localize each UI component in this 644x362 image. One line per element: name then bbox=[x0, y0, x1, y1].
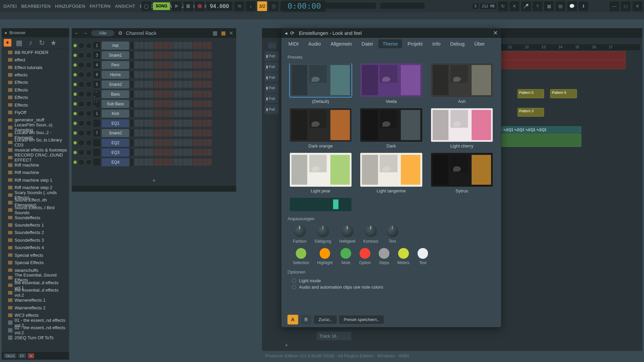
step-cell[interactable] bbox=[159, 90, 163, 98]
pattern-item[interactable]: ▮ Patt bbox=[265, 51, 279, 61]
channel-name-button[interactable]: EQ3 bbox=[102, 148, 129, 157]
step-cell[interactable] bbox=[149, 149, 153, 156]
step-cell[interactable] bbox=[183, 120, 187, 127]
channel-led[interactable] bbox=[73, 161, 77, 164]
tool-icon-2[interactable]: ♪ bbox=[246, 1, 256, 11]
step-cell[interactable] bbox=[173, 42, 178, 49]
step-cell[interactable] bbox=[178, 100, 182, 107]
step-cell[interactable] bbox=[135, 139, 139, 146]
step-cell[interactable] bbox=[149, 120, 153, 127]
step-cell[interactable] bbox=[164, 61, 168, 68]
step-cell[interactable] bbox=[173, 71, 178, 78]
tools-icon[interactable]: ✕ bbox=[509, 1, 519, 11]
channel-name-button[interactable]: EQ1 bbox=[102, 119, 129, 127]
close-app-icon[interactable]: ✕ bbox=[633, 1, 642, 11]
menu-edit[interactable]: BEARBEITEN bbox=[19, 3, 52, 9]
step-cell[interactable] bbox=[207, 81, 212, 88]
channel-selector[interactable] bbox=[130, 90, 133, 98]
pan-knob[interactable] bbox=[78, 140, 84, 146]
step-cell[interactable] bbox=[164, 42, 168, 49]
channel-led[interactable] bbox=[73, 73, 77, 77]
step-cell[interactable] bbox=[168, 71, 173, 78]
step-cell[interactable] bbox=[139, 52, 144, 59]
playlist-ruler[interactable]: 11121314151617 bbox=[501, 44, 640, 50]
browser-item[interactable]: Effects bbox=[2, 101, 69, 109]
step-cell[interactable] bbox=[164, 129, 168, 136]
record-button[interactable] bbox=[195, 1, 205, 11]
step-cell[interactable] bbox=[198, 42, 202, 49]
browser-item[interactable]: Riff machine step 1 bbox=[2, 176, 69, 184]
browser-refresh-icon[interactable]: ↻ bbox=[38, 39, 46, 47]
tag-ff[interactable]: FF bbox=[18, 353, 26, 358]
theme-preset[interactable]: Ash bbox=[429, 63, 495, 104]
vol-knob[interactable] bbox=[86, 130, 92, 136]
step-cell[interactable] bbox=[154, 42, 158, 49]
step-cell[interactable] bbox=[203, 42, 207, 49]
reset-button[interactable]: Zurüc.. bbox=[314, 315, 336, 324]
step-cell[interactable] bbox=[193, 71, 197, 78]
browser-item[interactable]: Warnereffects 2 bbox=[2, 304, 69, 311]
play-button[interactable] bbox=[172, 1, 181, 11]
mixer-route[interactable]: 9 bbox=[93, 71, 100, 78]
step-cell[interactable] bbox=[164, 139, 168, 146]
step-cell[interactable] bbox=[178, 81, 182, 88]
step-cell[interactable] bbox=[139, 120, 144, 127]
step-cell[interactable] bbox=[164, 100, 168, 107]
step-cell[interactable] bbox=[207, 139, 212, 146]
browser-item[interactable]: effects bbox=[2, 71, 69, 78]
step-cell[interactable] bbox=[144, 100, 149, 107]
step-cell[interactable] bbox=[183, 90, 187, 98]
step-cell[interactable] bbox=[154, 129, 158, 136]
step-cell[interactable] bbox=[168, 42, 173, 49]
browser-item[interactable]: Effects bbox=[2, 94, 69, 101]
step-cell[interactable] bbox=[183, 61, 187, 68]
mixer-route[interactable]: 7 bbox=[93, 129, 100, 136]
theme-preset[interactable]: Light pear bbox=[287, 153, 354, 193]
step-cell[interactable] bbox=[203, 129, 207, 136]
step-cell[interactable] bbox=[149, 110, 153, 117]
pan-knob[interactable] bbox=[78, 111, 84, 117]
step-cell[interactable] bbox=[168, 110, 173, 117]
cr-back-icon[interactable]: ← bbox=[74, 31, 79, 36]
mixer-route[interactable] bbox=[93, 139, 100, 146]
step-cell[interactable] bbox=[193, 61, 197, 68]
vol-knob[interactable] bbox=[86, 159, 92, 165]
channel-name-button[interactable]: Sub Bass bbox=[102, 100, 129, 108]
step-cell[interactable] bbox=[188, 120, 192, 127]
step-cell[interactable] bbox=[188, 159, 192, 166]
tool-icon-3[interactable]: ◫ bbox=[269, 1, 278, 11]
knob[interactable] bbox=[317, 225, 329, 237]
browser-item[interactable]: RECORD CRAC..OUND EFFECT bbox=[2, 154, 69, 161]
pan-knob[interactable] bbox=[78, 52, 84, 58]
step-cell[interactable] bbox=[198, 81, 202, 88]
step-cell[interactable] bbox=[188, 139, 192, 146]
cr-options-icon[interactable]: ⚙ bbox=[118, 31, 122, 36]
pan-knob[interactable] bbox=[78, 91, 84, 97]
pattern-item[interactable]: ▮ Patt bbox=[265, 62, 279, 72]
cr-close-icon[interactable]: ✕ bbox=[229, 31, 233, 36]
step-cell[interactable] bbox=[178, 129, 182, 136]
step-cell[interactable] bbox=[135, 61, 139, 68]
menu-pattern[interactable]: PATTERN bbox=[88, 3, 112, 9]
clip-eq-blocks[interactable] bbox=[501, 133, 581, 147]
step-cell[interactable] bbox=[135, 120, 139, 127]
step-cell[interactable] bbox=[207, 149, 212, 156]
channel-selector[interactable] bbox=[130, 110, 133, 117]
step-cell[interactable] bbox=[149, 61, 153, 68]
settings-tab-debug[interactable]: Debug bbox=[446, 39, 469, 48]
step-cell[interactable] bbox=[139, 149, 144, 156]
step-cell[interactable] bbox=[144, 120, 149, 127]
step-cell[interactable] bbox=[159, 61, 163, 68]
light-mode-option[interactable]: Light mode bbox=[292, 278, 495, 283]
step-cell[interactable] bbox=[139, 42, 144, 49]
theme-preset[interactable]: Veela bbox=[358, 63, 424, 104]
compare-b-button[interactable]: B bbox=[301, 315, 312, 324]
step-cell[interactable] bbox=[139, 61, 144, 68]
mixer-route[interactable]: 4 bbox=[93, 61, 100, 68]
browser-item[interactable]: Special Effects bbox=[2, 259, 69, 266]
step-cell[interactable] bbox=[173, 120, 178, 127]
pattern-item[interactable]: ▮ Patt bbox=[265, 94, 279, 103]
step-cell[interactable] bbox=[198, 100, 202, 107]
step-cell[interactable] bbox=[144, 52, 149, 59]
pattern-item[interactable]: ▮ Patt bbox=[265, 72, 279, 82]
